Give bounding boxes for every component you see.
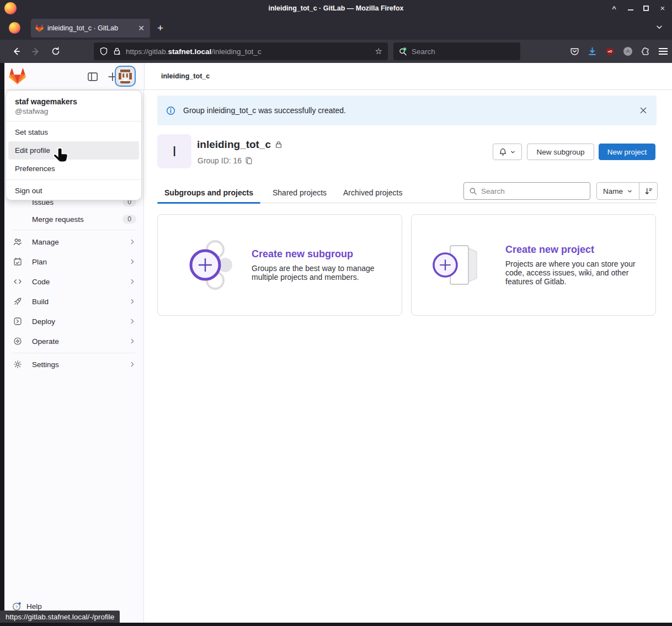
window-shade-icon[interactable]: ^ (610, 4, 618, 12)
svg-text:?: ? (15, 604, 18, 609)
chevron-right-icon (129, 298, 136, 305)
sort-direction-button[interactable] (639, 183, 657, 199)
breadcrumb[interactable]: inleiding_tot_c (161, 72, 210, 80)
chevron-down-icon (510, 149, 516, 155)
tab-subgroups-and-projects[interactable]: Subgroups and projects (157, 182, 260, 203)
sidebar-item-label: Help (26, 602, 42, 611)
create-project-card[interactable]: Create new project Projects are where yo… (411, 214, 656, 316)
menu-hamburger-icon[interactable] (659, 48, 668, 55)
svg-text:uO: uO (607, 50, 612, 53)
extension-badge-icon[interactable] (623, 46, 633, 56)
group-id: Group ID: 16 (198, 156, 242, 165)
menu-item-edit-profile[interactable]: Edit profile (8, 141, 139, 160)
chevron-right-icon (129, 278, 136, 285)
window-title: inleiding_tot_c · GitLab — Mozilla Firef… (0, 4, 672, 12)
sidebar-item-label: Deploy (32, 317, 55, 326)
menu-item-preferences[interactable]: Preferences (8, 160, 139, 178)
pocket-icon[interactable] (570, 47, 579, 56)
sidebar-toggle-icon[interactable] (87, 71, 98, 82)
user-full-name: staf wagemakers (15, 97, 132, 107)
subgroup-illustration (177, 235, 237, 295)
ublock-origin-icon[interactable]: uO (605, 47, 615, 56)
notifications-button[interactable] (493, 144, 522, 160)
search-icon (469, 187, 477, 195)
firefox-view-icon[interactable] (9, 22, 20, 34)
chevron-right-icon (129, 337, 136, 345)
sidebar-item-label: Plan (32, 258, 47, 266)
downloads-icon[interactable] (588, 47, 597, 56)
group-name: inleiding_tot_c (197, 139, 271, 151)
code-icon (13, 277, 22, 286)
url-text[interactable]: https://gitlab.stafnet.local/inleiding_t… (126, 47, 371, 56)
back-icon[interactable] (8, 43, 24, 60)
sidebar-item-operate[interactable]: Operate (8, 332, 141, 350)
alert-message: Group inleiding_tot_c was successfully c… (183, 106, 631, 115)
tracking-shield-icon[interactable] (99, 47, 108, 56)
tab-close-icon[interactable]: ✕ (137, 24, 146, 33)
firefox-logo-icon (4, 2, 17, 14)
user-avatar-button[interactable] (115, 66, 136, 87)
tab-archived-projects[interactable]: Archived projects (336, 182, 409, 203)
info-icon (166, 106, 175, 115)
create-subgroup-card[interactable]: Create new subgroup Groups are the best … (157, 214, 402, 316)
chevron-right-icon (129, 258, 136, 266)
new-subgroup-button[interactable]: New subgroup (527, 144, 594, 160)
chevron-right-icon (129, 360, 136, 368)
sidebar-item-build[interactable]: Build (8, 293, 141, 310)
gitlab-logo[interactable] (9, 68, 26, 85)
firefox-search-bar[interactable] (393, 43, 520, 60)
gitlab-topbar: inleiding_tot_c (4, 63, 672, 90)
sidebar-item-label: Settings (32, 360, 59, 369)
window-close-icon[interactable]: × (659, 4, 666, 12)
card-description: Groups are the best way to manage multip… (252, 264, 390, 282)
tab-shared-projects[interactable]: Shared projects (265, 182, 334, 203)
copy-clipboard-icon[interactable] (245, 157, 253, 165)
help-icon: ? (12, 602, 22, 611)
browser-tab[interactable]: inleiding_tot_c · GitLab ✕ (31, 19, 150, 38)
sidebar-item-label: Merge requests (32, 215, 84, 224)
window-edge-bottom (0, 623, 672, 626)
sidebar-item-manage[interactable]: Manage (8, 233, 141, 251)
search-engine-icon (398, 47, 408, 56)
bookmark-star-icon[interactable]: ☆ (375, 46, 382, 56)
sidebar-divider (13, 353, 135, 353)
window-titlebar: inleiding_tot_c · GitLab — Mozilla Firef… (0, 0, 672, 17)
sidebar-item-code[interactable]: Code (8, 273, 141, 290)
menu-item-sign-out[interactable]: Sign out (8, 182, 139, 200)
sidebar-item-deploy[interactable]: Deploy (8, 312, 141, 330)
sidebar-item-plan[interactable]: Plan (8, 253, 141, 270)
mouse-cursor-pointer (52, 147, 70, 165)
url-bar[interactable]: https://gitlab.stafnet.local/inleiding_t… (94, 43, 388, 60)
tab-bar: inleiding_tot_c · GitLab ✕ + (0, 17, 672, 40)
lock-warning-icon[interactable] (113, 47, 121, 56)
window-maximize-icon[interactable] (643, 6, 649, 11)
new-tab-button[interactable]: + (157, 22, 163, 34)
sidebar-item-settings[interactable]: Settings (8, 356, 141, 373)
rocket-icon (13, 297, 22, 306)
sort-by-button[interactable]: Name (597, 183, 639, 199)
tab-title: inleiding_tot_c · GitLab (47, 24, 133, 32)
card-title[interactable]: Create new project (505, 244, 650, 256)
sidebar-item-help[interactable]: ? Help (12, 602, 42, 611)
window-minimize-icon[interactable] (628, 6, 633, 10)
forward-icon[interactable] (28, 43, 44, 60)
menu-item-set-status[interactable]: Set status (8, 123, 139, 141)
chevron-right-icon (129, 317, 136, 325)
projects-search-input[interactable] (481, 187, 575, 195)
success-alert: Group inleiding_tot_c was successfully c… (157, 96, 657, 125)
visibility-lock-icon[interactable] (275, 141, 282, 148)
close-icon[interactable] (639, 106, 648, 115)
new-project-button[interactable]: New project (599, 144, 655, 160)
list-tabs-icon[interactable] (655, 23, 663, 31)
sidebar-item-label: Build (32, 298, 49, 306)
search-input[interactable] (412, 47, 494, 56)
sidebar-item-merge-requests[interactable]: Merge requests 0 (8, 210, 141, 228)
projects-search-field[interactable] (463, 182, 590, 200)
window-edge-left (0, 63, 4, 626)
user-handle: @stafwag (15, 107, 132, 116)
card-title[interactable]: Create new subgroup (252, 248, 390, 260)
chevron-down-icon (627, 188, 633, 194)
extensions-puzzle-icon[interactable] (641, 47, 650, 56)
gitlab-favicon (35, 24, 44, 32)
reload-icon[interactable] (47, 43, 64, 60)
